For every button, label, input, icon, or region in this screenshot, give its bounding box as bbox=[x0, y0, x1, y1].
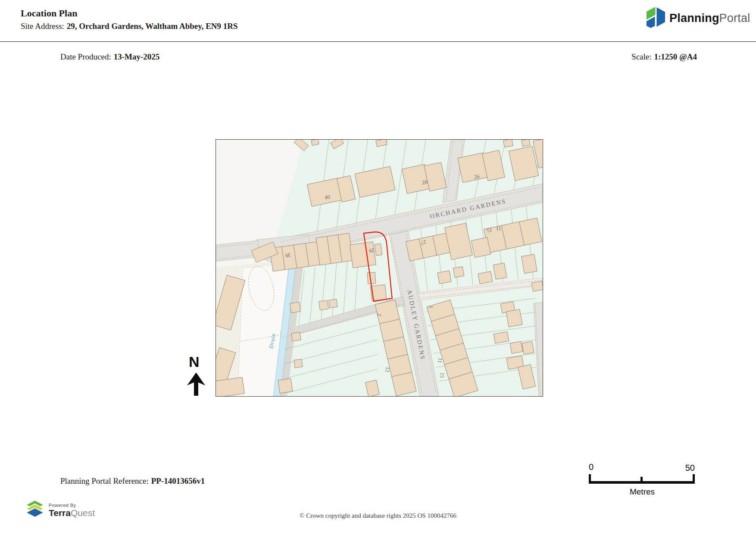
building-29 bbox=[350, 242, 376, 268]
brand-bold: Planning bbox=[669, 12, 719, 25]
scale-value: 1:1250 @A4 bbox=[654, 52, 697, 61]
house-29: 29 bbox=[369, 247, 375, 254]
reference-value: PP-14013656v1 bbox=[151, 476, 205, 485]
scale-label: Scale: bbox=[631, 52, 651, 61]
header-divider bbox=[0, 41, 756, 42]
planning-portal-logo: PlanningPortal bbox=[646, 6, 750, 30]
north-label: N bbox=[189, 354, 200, 369]
scale-bar-start: 0 bbox=[589, 462, 594, 472]
planning-portal-reference: Planning Portal Reference:PP-14013656v1 bbox=[60, 476, 205, 486]
house-15-east: 15 bbox=[439, 372, 445, 378]
page-title: Location Plan bbox=[21, 8, 77, 19]
scale-bar-unit: Metres bbox=[589, 487, 696, 497]
house-40: 40 bbox=[324, 194, 330, 201]
site-address-label: Site Address: bbox=[21, 22, 64, 31]
planning-portal-icon bbox=[646, 6, 666, 30]
house-39: 39 bbox=[285, 252, 291, 259]
house-11-north: 11 bbox=[496, 225, 502, 232]
planning-portal-wordmark: PlanningPortal bbox=[669, 12, 750, 25]
scale-bar: 0 50 Metres bbox=[589, 462, 696, 502]
scale-bar-rule bbox=[589, 473, 695, 486]
site-address-value: 29, Orchard Gardens, Waltham Abbey, EN9 … bbox=[67, 22, 238, 31]
reference-label: Planning Portal Reference: bbox=[60, 476, 149, 485]
brand-light: Portal bbox=[719, 12, 750, 25]
location-plan-page: Location Plan Site Address:29, Orchard G… bbox=[0, 0, 756, 535]
site-address: Site Address:29, Orchard Gardens, Waltha… bbox=[21, 22, 238, 31]
location-map: ORCHARD GARDENS AUDLEY GARDENS Drain 40 … bbox=[216, 139, 543, 397]
house-12: 12 bbox=[384, 366, 390, 372]
house-28: 28 bbox=[422, 179, 428, 186]
house-26: 26 bbox=[474, 173, 480, 180]
map-scale: Scale:1:1250 @A4 bbox=[631, 52, 697, 62]
copyright-notice: © Crown copyright and database rights 20… bbox=[0, 512, 756, 519]
north-arrow-icon bbox=[186, 372, 206, 397]
scale-bar-end: 50 bbox=[685, 463, 695, 473]
date-produced: Date Produced:13-May-2025 bbox=[60, 52, 159, 62]
house-11-east: 11 bbox=[437, 357, 443, 363]
house-15-north: 15 bbox=[486, 227, 492, 234]
os-map: ORCHARD GARDENS AUDLEY GARDENS Drain 40 … bbox=[216, 140, 543, 396]
date-value: 13-May-2025 bbox=[114, 52, 160, 61]
date-label: Date Produced: bbox=[60, 52, 111, 61]
